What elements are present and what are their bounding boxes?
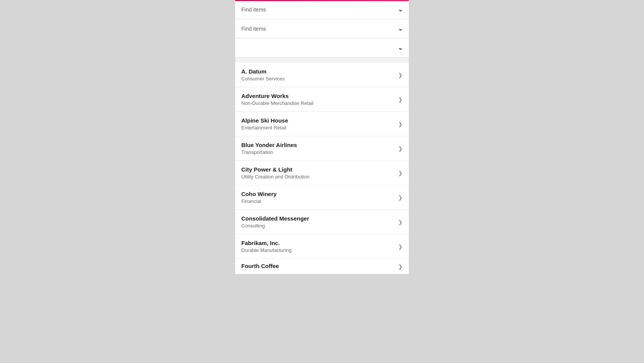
list-item-title-blue-yonder-airlines: Blue Yonder Airlines: [241, 142, 395, 148]
main-panel: Find items ⌄ Find items ⌄ ⌄ A. Datum Con…: [235, 0, 409, 274]
chevron-right-icon-alpine-ski-house: ❯: [398, 121, 403, 127]
list-item-fabrikam-inc[interactable]: Fabrikam, Inc. Durable Manufacturing ❯: [235, 234, 409, 259]
chevron-right-icon-city-power-light: ❯: [398, 170, 403, 176]
chevron-down-icon-2: ⌄: [398, 25, 403, 32]
list-item-title-adventure-works: Adventure Works: [241, 93, 395, 99]
filter-1-label: Find items: [241, 7, 398, 13]
chevron-right-icon-consolidated-messenger: ❯: [398, 219, 403, 225]
list-item-subtitle-fabrikam-inc: Durable Manufacturing: [241, 247, 395, 253]
filter-dropdown-3[interactable]: ⌄: [235, 38, 409, 57]
list-item-content-fabrikam-inc: Fabrikam, Inc. Durable Manufacturing: [241, 240, 395, 253]
list-item-title-consolidated-messenger: Consolidated Messenger: [241, 215, 395, 222]
chevron-down-icon-1: ⌄: [398, 6, 403, 13]
list-item-title-a-datum: A. Datum: [241, 68, 395, 75]
list-item-subtitle-city-power-light: Utility Creation and Distribution: [241, 174, 395, 180]
chevron-right-icon-a-datum: ❯: [398, 72, 403, 78]
list-item-content-alpine-ski-house: Alpine Ski House Entertainment Retail: [241, 117, 395, 131]
list-item-coho-winery[interactable]: Coho Winery Financial ❯: [235, 185, 409, 210]
filter-dropdown-1[interactable]: Find items ⌄: [235, 0, 409, 19]
list-item-alpine-ski-house[interactable]: Alpine Ski House Entertainment Retail ❯: [235, 112, 409, 136]
chevron-right-icon-fourth-coffee: ❯: [398, 263, 403, 270]
list-item-title-alpine-ski-house: Alpine Ski House: [241, 117, 395, 124]
chevron-right-icon-blue-yonder-airlines: ❯: [398, 146, 403, 152]
list-item-blue-yonder-airlines[interactable]: Blue Yonder Airlines Transportation ❯: [235, 136, 409, 161]
filter-2-label: Find items: [241, 26, 398, 32]
list-item-content-a-datum: A. Datum Consumer Services: [241, 68, 395, 82]
chevron-right-icon-adventure-works: ❯: [398, 96, 403, 103]
accounts-list[interactable]: A. Datum Consumer Services ❯ Adventure W…: [235, 63, 409, 274]
list-item-content-consolidated-messenger: Consolidated Messenger Consulting: [241, 215, 395, 229]
list-item-a-datum[interactable]: A. Datum Consumer Services ❯: [235, 63, 409, 87]
list-item-subtitle-a-datum: Consumer Services: [241, 76, 395, 82]
chevron-right-icon-coho-winery: ❯: [398, 195, 403, 201]
list-item-subtitle-consolidated-messenger: Consulting: [241, 223, 395, 229]
list-item-adventure-works[interactable]: Adventure Works Non-Durable Merchandise …: [235, 87, 409, 112]
list-item-title-fourth-coffee: Fourth Coffee: [241, 263, 395, 269]
chevron-down-icon-3: ⌄: [398, 44, 403, 51]
spacer: [235, 57, 409, 63]
list-item-content-coho-winery: Coho Winery Financial: [241, 191, 395, 204]
list-item-content-blue-yonder-airlines: Blue Yonder Airlines Transportation: [241, 142, 395, 155]
list-item-subtitle-coho-winery: Financial: [241, 198, 395, 204]
list-item-content-city-power-light: City Power & Light Utility Creation and …: [241, 166, 395, 180]
list-item-content-fourth-coffee: Fourth Coffee: [241, 263, 395, 270]
list-item-consolidated-messenger[interactable]: Consolidated Messenger Consulting ❯: [235, 210, 409, 234]
chevron-right-icon-fabrikam-inc: ❯: [398, 244, 403, 250]
list-item-city-power-light[interactable]: City Power & Light Utility Creation and …: [235, 161, 409, 185]
list-item-fourth-coffee[interactable]: Fourth Coffee ❯: [235, 259, 409, 274]
list-item-subtitle-blue-yonder-airlines: Transportation: [241, 149, 395, 155]
progress-bar: [235, 0, 409, 1]
list-item-content-adventure-works: Adventure Works Non-Durable Merchandise …: [241, 93, 395, 106]
list-item-title-city-power-light: City Power & Light: [241, 166, 395, 173]
list-item-subtitle-adventure-works: Non-Durable Merchandise Retail: [241, 100, 395, 106]
list-item-title-coho-winery: Coho Winery: [241, 191, 395, 197]
filter-dropdown-2[interactable]: Find items ⌄: [235, 19, 409, 38]
list-item-subtitle-alpine-ski-house: Entertainment Retail: [241, 125, 395, 131]
list-item-title-fabrikam-inc: Fabrikam, Inc.: [241, 240, 395, 246]
